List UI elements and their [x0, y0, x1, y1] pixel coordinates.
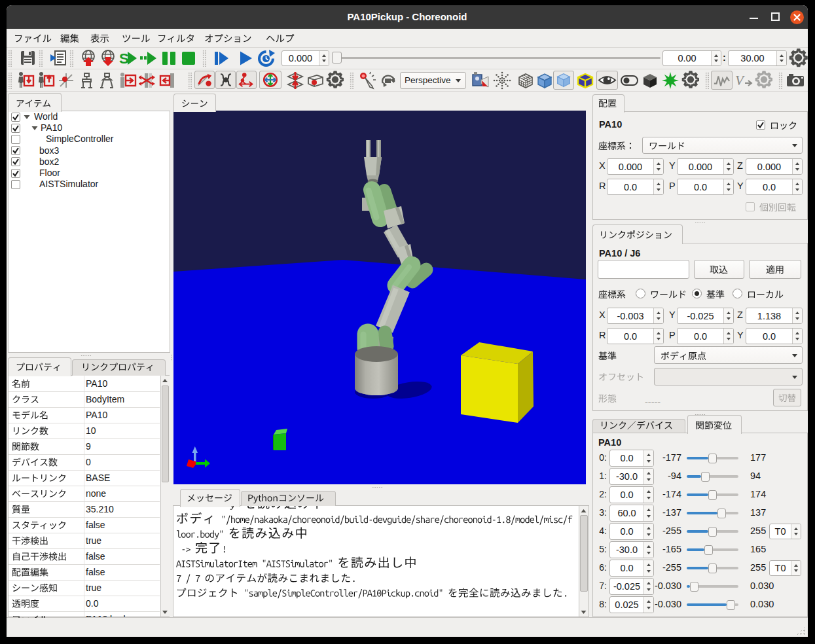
svg-text:V: V — [735, 73, 745, 88]
svg-text:S: S — [119, 50, 129, 67]
